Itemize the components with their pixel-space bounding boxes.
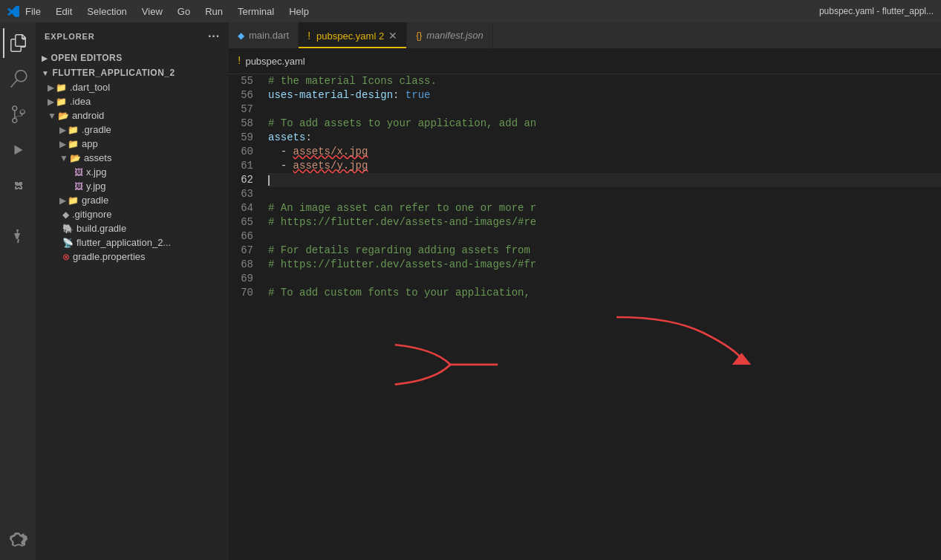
comment-58: # To add assets to your application, add…	[268, 117, 536, 131]
folder-icon: 📁	[56, 97, 67, 107]
menu-view[interactable]: View	[142, 6, 163, 17]
dash-60: -	[268, 145, 293, 159]
activity-source-control[interactable]	[3, 100, 33, 129]
tree-item-assets[interactable]: ▼ 📂 assets	[36, 151, 229, 165]
tree-item-gradle[interactable]: ▶ 📁 gradle	[36, 193, 229, 207]
tree-item-xjpg[interactable]: 🖼 x.jpg	[36, 165, 229, 179]
title-bar: File Edit Selection View Go Run Terminal…	[0, 0, 941, 22]
comment-67: # For details regarding adding assets fr…	[268, 244, 530, 258]
menu-help[interactable]: Help	[289, 6, 309, 17]
code-area[interactable]: # the material Icons class. uses-materia…	[262, 74, 941, 560]
tree-item-idea[interactable]: ▶ 📁 .idea	[36, 94, 229, 108]
menu-edit[interactable]: Edit	[56, 6, 72, 17]
comment-55: # the material Icons class.	[268, 74, 437, 88]
chevron-down-icon: ▼	[59, 153, 68, 163]
yaml-tab-icon: !	[307, 30, 310, 42]
project-name: FLUTTER_APPLICATION_2	[52, 68, 175, 78]
colon-56: :	[393, 88, 406, 102]
window-title: pubspec.yaml - flutter_appl...	[819, 6, 934, 16]
sidebar-more-button[interactable]: ···	[208, 30, 220, 43]
chevron-down-icon: ▼	[48, 111, 56, 121]
code-line-57	[268, 102, 941, 117]
menu-bar: File Edit Selection View Go Run Terminal…	[25, 6, 309, 17]
error-icon: ⊗	[62, 252, 70, 262]
line-num-55: 55	[229, 74, 253, 88]
menu-run[interactable]: Run	[205, 6, 223, 17]
activity-testing[interactable]	[3, 221, 33, 251]
breadcrumb-file-label: pubspec.yaml	[245, 56, 305, 67]
tree-item-android[interactable]: ▼ 📂 android	[36, 108, 229, 123]
vscode-logo-icon	[7, 5, 19, 17]
comment-65: # https://flutter.dev/assets-and-images/…	[268, 215, 536, 229]
menu-selection[interactable]: Selection	[87, 6, 126, 17]
open-editors-label: Open Editors	[51, 53, 122, 63]
secondary-tab-bar: ! pubspec.yaml	[229, 48, 941, 74]
line-num-60: 60	[229, 145, 253, 159]
code-line-65: # https://flutter.dev/assets-and-images/…	[268, 215, 941, 229]
code-line-69	[268, 272, 941, 286]
menu-file[interactable]: File	[25, 6, 41, 17]
tree-item-dart-tool[interactable]: ▶ 📁 .dart_tool	[36, 80, 229, 94]
code-line-55: # the material Icons class.	[268, 74, 941, 88]
code-line-59: assets:	[268, 131, 941, 145]
activity-search[interactable]	[3, 64, 33, 94]
chevron-right-icon: ▶	[59, 139, 66, 149]
open-editors-chevron: ▶	[42, 54, 48, 62]
line-num-65: 65	[229, 215, 253, 229]
line-num-64: 64	[229, 201, 253, 215]
editor-wrapper: ◆ main.dart ! pubspec.yaml 2 ✕ {} manife…	[229, 22, 941, 560]
tab-main-dart[interactable]: ◆ main.dart	[229, 22, 299, 48]
code-line-70: # To add custom fonts to your applicatio…	[268, 286, 941, 300]
activity-explorer[interactable]	[3, 28, 33, 58]
project-header[interactable]: ▼ FLUTTER_APPLICATION_2	[36, 65, 229, 80]
line-num-66: 66	[229, 229, 253, 244]
project-section: ▼ FLUTTER_APPLICATION_2 ▶ 📁 .dart_tool ▶…	[36, 65, 229, 264]
tree-item-build-gradle[interactable]: 🐘 build.gradle	[36, 221, 229, 235]
yjpg-label: y.jpg	[86, 180, 229, 192]
tree-item-yjpg[interactable]: 🖼 y.jpg	[36, 179, 229, 193]
activity-run-debug[interactable]	[3, 135, 33, 165]
activity-remote[interactable]	[3, 524, 33, 554]
chevron-right-icon: ▶	[48, 97, 54, 107]
build-gradle-label: build.gradle	[76, 223, 229, 234]
menu-terminal[interactable]: Terminal	[238, 6, 274, 17]
app-folder-icon: 📁	[68, 139, 79, 149]
image-icon-y: 🖼	[74, 181, 83, 192]
tree-item-app[interactable]: ▶ 📁 app	[36, 137, 229, 151]
idea-label: .idea	[70, 96, 229, 107]
yaml-secondary-icon: !	[236, 55, 242, 67]
tree-item-flutter-app[interactable]: 📡 flutter_application_2...	[36, 235, 229, 250]
tab-manifest-label: manifest.json	[426, 30, 483, 41]
asset-yjpg: assets/y.jpg	[293, 159, 368, 173]
line-num-59: 59	[229, 131, 253, 145]
comment-64: # An image asset can refer to one or mor…	[268, 201, 536, 215]
tree-item-gitignore[interactable]: ◆ .gitignore	[36, 207, 229, 221]
explorer-label: Explorer	[45, 32, 95, 41]
val-56: true	[406, 88, 431, 102]
line-num-62: 62	[229, 173, 253, 187]
code-line-61: - assets/y.jpg	[268, 159, 941, 173]
line-num-68: 68	[229, 258, 253, 272]
line-num-67: 67	[229, 244, 253, 258]
tree-item-gradle-props[interactable]: ⊗ gradle.properties	[36, 250, 229, 264]
line-num-61: 61	[229, 159, 253, 173]
activity-extensions[interactable]	[3, 171, 33, 201]
gradle-file-icon: 🐘	[62, 224, 74, 234]
tab-manifest-json[interactable]: {} manifest.json	[407, 22, 493, 48]
dash-61: -	[268, 159, 293, 173]
code-line-68: # https://flutter.dev/assets-and-images/…	[268, 258, 941, 272]
menu-go[interactable]: Go	[178, 6, 190, 17]
gradle-folder-label: .gradle	[82, 124, 229, 135]
tree-item-gradle-folder[interactable]: ▶ 📁 .gradle	[36, 123, 229, 137]
tab-pubspec-yaml[interactable]: ! pubspec.yaml 2 ✕	[299, 22, 407, 48]
code-line-62	[268, 173, 941, 187]
assets-folder-icon: 📂	[70, 153, 81, 163]
key-59: assets	[268, 131, 305, 145]
code-line-58: # To add assets to your application, add…	[268, 117, 941, 131]
json-tab-icon: {}	[416, 30, 422, 41]
key-56: uses-material-design	[268, 88, 393, 102]
open-editors-header[interactable]: ▶ Open Editors	[36, 51, 229, 65]
gradle-folder-icon: 📁	[68, 125, 79, 135]
gradle-props-label: gradle.properties	[73, 251, 229, 262]
tab-close-pubspec[interactable]: ✕	[388, 30, 397, 42]
